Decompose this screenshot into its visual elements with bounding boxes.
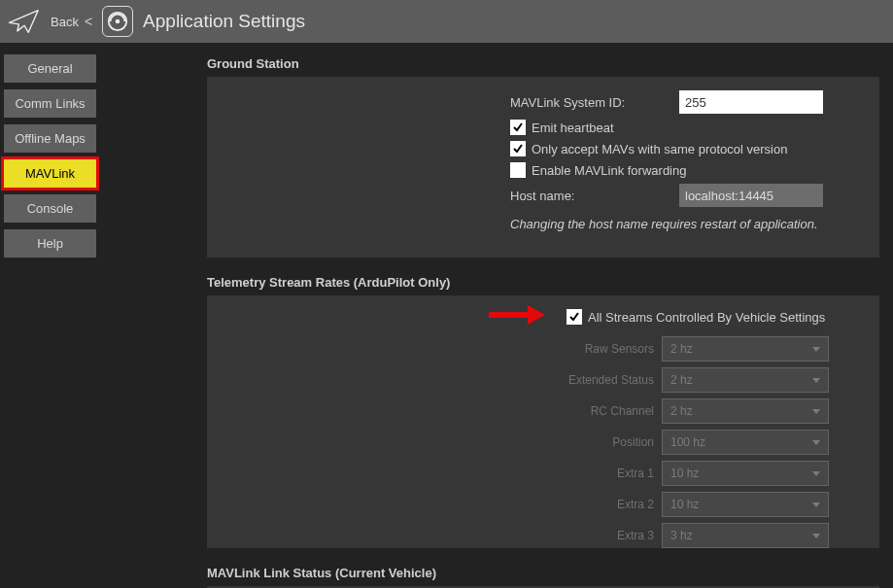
chevron-down-icon	[812, 409, 820, 414]
all-streams-checkbox[interactable]	[567, 309, 582, 325]
chevron-down-icon	[812, 378, 820, 383]
emit-heartbeat-checkbox[interactable]	[510, 120, 526, 135]
back-button[interactable]: Back <	[51, 14, 92, 29]
sidebar-item-help[interactable]: Help	[4, 229, 96, 258]
rate-label-raw-sensors: Raw Sensors	[567, 342, 654, 356]
sidebar-item-general[interactable]: General	[4, 54, 96, 83]
sidebar-item-console[interactable]: Console	[4, 194, 96, 223]
rate-label-extra2: Extra 2	[567, 498, 654, 511]
rate-select-extra3[interactable]: 3 hz	[662, 523, 829, 548]
annotation-arrow-icon	[487, 303, 545, 330]
rate-label-rc-channel: RC Channel	[567, 404, 654, 418]
system-id-label: MAVLink System ID:	[510, 95, 666, 110]
all-streams-label: All Streams Controlled By Vehicle Settin…	[588, 310, 825, 325]
emit-heartbeat-label: Emit heartbeat	[532, 121, 614, 135]
rate-select-extra2[interactable]: 10 hz	[662, 492, 829, 517]
sidebar-item-offline-maps[interactable]: Offline Maps	[4, 124, 96, 153]
telemetry-title: Telemetry Stream Rates (ArduPilot Only)	[207, 275, 883, 290]
chevron-down-icon	[812, 534, 820, 538]
svg-marker-3	[528, 305, 545, 325]
page-title: Application Settings	[143, 11, 305, 32]
chevron-down-icon	[812, 440, 820, 445]
content: Ground Station MAVLink System ID: Emit h…	[100, 43, 893, 588]
svg-point-1	[116, 19, 120, 24]
system-id-input[interactable]	[679, 90, 823, 114]
rate-label-extended-status: Extended Status	[567, 373, 654, 387]
chevron-down-icon	[812, 502, 820, 507]
sidebar-item-mavlink[interactable]: MAVLink	[4, 159, 96, 188]
link-status-title: MAVLink Link Status (Current Vehicle)	[207, 566, 883, 580]
rate-select-position[interactable]: 100 hz	[662, 430, 829, 455]
rate-select-rc-channel[interactable]: 2 hz	[662, 398, 829, 424]
app-logo-icon	[102, 6, 133, 37]
plane-icon	[8, 7, 41, 36]
host-name-input[interactable]	[679, 184, 823, 207]
ground-station-panel: MAVLink System ID: Emit heartbeat Only a…	[207, 77, 879, 258]
ground-station-title: Ground Station	[207, 56, 883, 71]
host-name-label: Host name:	[510, 189, 666, 203]
rate-select-extended-status[interactable]: 2 hz	[662, 367, 829, 393]
host-name-note: Changing the host name requires restart …	[510, 217, 860, 231]
rate-label-extra3: Extra 3	[567, 529, 654, 542]
chevron-down-icon	[812, 347, 820, 352]
telemetry-panel: All Streams Controlled By Vehicle Settin…	[207, 295, 879, 548]
back-label: Back	[51, 15, 79, 29]
enable-forwarding-label: Enable MAVLink forwarding	[532, 163, 686, 178]
sidebar: General Comm Links Offline Maps MAVLink …	[0, 43, 100, 588]
rate-label-extra1: Extra 1	[567, 467, 654, 480]
back-chevron-icon: <	[85, 14, 92, 29]
rate-select-raw-sensors[interactable]: 2 hz	[662, 336, 829, 362]
rate-select-extra1[interactable]: 10 hz	[662, 461, 829, 486]
enable-forwarding-checkbox[interactable]	[510, 162, 526, 178]
topbar: Back < Application Settings	[0, 0, 893, 43]
only-accept-checkbox[interactable]	[510, 141, 526, 156]
only-accept-label: Only accept MAVs with same protocol vers…	[532, 142, 787, 156]
rate-label-position: Position	[567, 435, 654, 449]
sidebar-item-comm-links[interactable]: Comm Links	[4, 89, 96, 118]
chevron-down-icon	[812, 471, 820, 476]
